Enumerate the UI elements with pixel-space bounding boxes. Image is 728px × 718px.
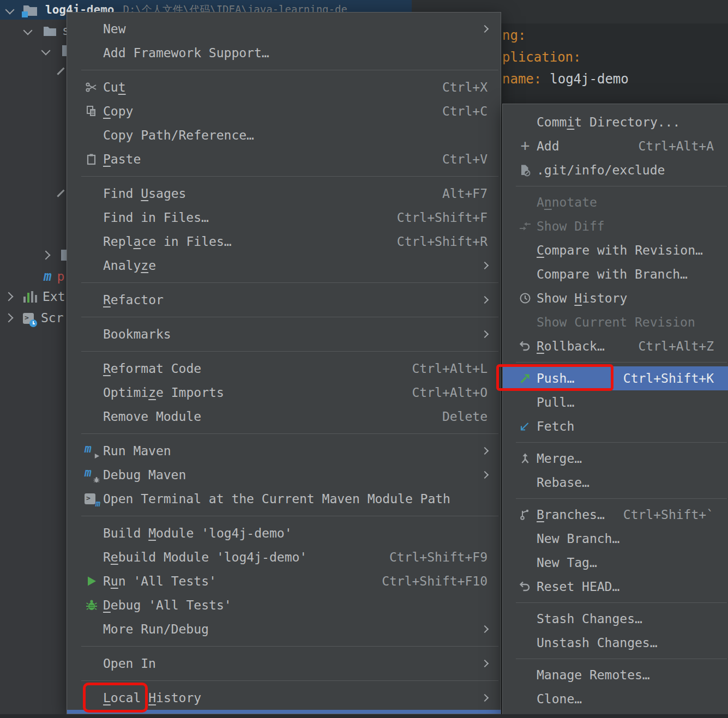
menu-item-pull[interactable]: Pull…: [503, 390, 728, 414]
menu-item-rebuild-module-log4j-demo[interactable]: Rebuild Module 'log4j-demo'Ctrl+Shift+F9: [67, 545, 501, 569]
tree-row-src[interactable]: s: [25, 21, 70, 40]
tree-row-scratches[interactable]: > Scr: [5, 308, 64, 328]
bottom-strip: [0, 714, 728, 718]
menu-item-build-module-log4j-demo[interactable]: Build Module 'log4j-demo': [67, 521, 501, 545]
menu-item-reset-head[interactable]: Reset HEAD…: [503, 575, 728, 599]
tree-row-pom[interactable]: m p: [44, 267, 64, 286]
menu-item-label: Show Diff: [537, 219, 605, 233]
menu-item-copy-path-reference[interactable]: Copy Path/Reference…: [67, 123, 501, 147]
menu-item-shortcut: Ctrl+Shift+F: [397, 210, 488, 225]
menu-item-label: Reset HEAD…: [537, 580, 619, 594]
submenu-arrow-icon: [482, 297, 488, 303]
menu-item-merge[interactable]: Merge…: [503, 447, 728, 470]
menu-item-cut[interactable]: CutCtrl+X: [67, 75, 501, 99]
menu-item-refactor[interactable]: Refactor: [67, 288, 501, 312]
menu-item-new-tag[interactable]: New Tag…: [503, 551, 728, 575]
menu-item-git-info-exclude[interactable]: .git/info/exclude: [503, 158, 728, 182]
menu-separator: [516, 442, 727, 443]
menu-item-commit-directory[interactable]: Commit Directory...: [503, 110, 728, 134]
yaml-key: ng:: [502, 28, 526, 43]
tree-row-partial: [60, 61, 62, 81]
menu-item-label: Copy: [103, 104, 133, 118]
menu-item-remove-module[interactable]: Remove ModuleDelete: [67, 405, 501, 429]
git-submenu: Commit Directory...+AddCtrl+Alt+A.git/in…: [502, 104, 728, 715]
menu-item-clone[interactable]: Clone…: [503, 687, 728, 711]
chevron-down-icon[interactable]: [5, 5, 15, 15]
menu-item-label: Open Terminal at the Current Maven Modul…: [103, 492, 450, 506]
menu-item-open-in[interactable]: Open In: [67, 651, 501, 675]
submenu-arrow-icon: [482, 263, 488, 268]
menu-item-shortcut: Ctrl+Alt+A: [639, 139, 714, 153]
menu-item-optimize-imports[interactable]: Optimize ImportsCtrl+Alt+O: [67, 381, 501, 405]
menu-item-run-all-tests[interactable]: Run 'All Tests'Ctrl+Shift+F10: [67, 569, 501, 593]
menu-item-label: Build Module 'log4j-demo': [103, 526, 292, 540]
libraries-icon: [23, 291, 38, 303]
tree-row-external-libraries[interactable]: Ext: [5, 287, 65, 306]
menu-item-find-in-files[interactable]: Find in Files…Ctrl+Shift+F: [67, 206, 501, 230]
menu-item-reformat-code[interactable]: Reformat CodeCtrl+Alt+L: [67, 357, 501, 381]
module-badge: [22, 11, 28, 17]
menu-item-new-branch[interactable]: New Branch…: [503, 527, 728, 551]
context-menu: NewAdd Framework Support…CutCtrl+XCopyCt…: [67, 12, 501, 714]
menu-item-debug-all-tests[interactable]: Debug 'All Tests': [67, 593, 501, 617]
run-icon: [82, 575, 101, 587]
menu-item-paste[interactable]: PasteCtrl+V: [67, 147, 501, 171]
menu-item-run-maven[interactable]: mRun Maven: [67, 439, 501, 463]
history-icon: [516, 292, 534, 305]
menu-item-shortcut: Ctrl+Alt+L: [412, 361, 488, 376]
menu-item-find-usages[interactable]: Find UsagesAlt+F7: [67, 182, 501, 206]
chevron-right-icon[interactable]: [4, 292, 14, 301]
menu-item-shortcut: Ctrl+Shift+F10: [382, 574, 488, 588]
menu-item-stash-changes[interactable]: Stash Changes…: [503, 607, 728, 631]
submenu-arrow-icon: [482, 448, 488, 454]
menu-item-compare-with-revision[interactable]: Compare with Revision…: [503, 238, 728, 262]
submenu-arrow-icon: [482, 695, 488, 701]
menu-item-label: New: [103, 22, 126, 36]
folder-icon: [43, 25, 57, 37]
menu-item-manage-remotes[interactable]: Manage Remotes…: [503, 663, 728, 687]
clock-badge-icon: [29, 319, 37, 327]
paste-icon: [82, 153, 101, 166]
folder-icon: [61, 250, 67, 261]
menu-item-branches[interactable]: Branches…Ctrl+Shift+`: [503, 503, 728, 527]
menu-item-open-terminal-at-the-current-maven-module-path[interactable]: >mOpen Terminal at the Current Maven Mod…: [67, 487, 501, 511]
menu-item-copy[interactable]: CopyCtrl+C: [67, 99, 501, 123]
menu-item-label: New Tag…: [537, 556, 597, 570]
menu-item-compare-with-branch[interactable]: Compare with Branch…: [503, 262, 728, 286]
menu-item-add-framework-support[interactable]: Add Framework Support…: [67, 41, 501, 65]
menu-item-new[interactable]: New: [67, 17, 501, 41]
menu-item-bookmarks[interactable]: Bookmarks: [67, 322, 501, 346]
menu-item-label: Replace in Files…: [103, 234, 232, 249]
menu-separator: [81, 680, 498, 681]
menu-item-rollback[interactable]: Rollback…Ctrl+Alt+Z: [503, 334, 728, 358]
menu-item-more-run-debug[interactable]: More Run/Debug: [67, 617, 501, 641]
menu-item-label: Stash Changes…: [537, 612, 642, 626]
reset-icon: [516, 580, 534, 593]
copy-icon: [82, 105, 101, 118]
menu-item-label: Paste: [103, 152, 141, 166]
menu-item-replace-in-files[interactable]: Replace in Files…Ctrl+Shift+R: [67, 230, 501, 254]
menu-item-add[interactable]: +AddCtrl+Alt+A: [503, 134, 728, 158]
menu-item-label: Compare with Branch…: [537, 267, 688, 281]
ide-screen: log4j-demo D:\个人文件\代码\IDEA\java-learning…: [0, 0, 728, 718]
menu-item-shortcut: Ctrl+Shift+`: [623, 508, 714, 522]
chevron-right-icon[interactable]: [41, 251, 51, 260]
menu-item-shortcut: Alt+F7: [442, 186, 488, 201]
menu-item-analyze[interactable]: Analyze: [67, 254, 501, 277]
menu-item-label: Bookmarks: [103, 327, 171, 341]
chevron-right-icon[interactable]: [4, 313, 14, 323]
menu-item-rebase[interactable]: Rebase…: [503, 470, 728, 494]
chevron-down-icon[interactable]: [23, 26, 33, 35]
menu-separator: [81, 317, 498, 317]
menu-item-label: Remove Module: [103, 409, 201, 424]
menu-item-debug-maven[interactable]: mDebug Maven: [67, 463, 501, 487]
menu-item-show-history[interactable]: Show History: [503, 286, 728, 310]
menu-item-fetch[interactable]: Fetch: [503, 414, 728, 438]
tree-row-folder[interactable]: [43, 41, 67, 61]
menu-item-label: Copy Path/Reference…: [103, 128, 254, 142]
chevron-down-icon[interactable]: [41, 46, 51, 56]
menu-item-unstash-changes[interactable]: Unstash Changes…: [503, 631, 728, 655]
scratches-icon: >: [23, 312, 34, 324]
code-line: plication:: [502, 46, 629, 68]
tree-row-folder-collapsed[interactable]: [43, 245, 67, 265]
